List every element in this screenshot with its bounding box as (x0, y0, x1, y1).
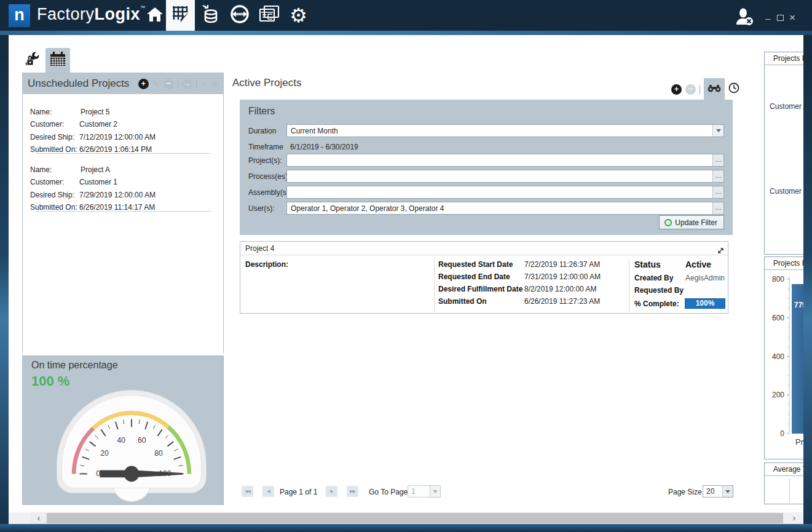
duration-select[interactable]: Current Month (286, 124, 724, 137)
nav-transfer-button[interactable] (225, 0, 254, 31)
customer-value: Customer 2 (79, 120, 117, 129)
last-page-button[interactable]: ▶▶ (347, 486, 358, 497)
refresh-icon (664, 219, 672, 226)
application-window: n FactoryLogix™ (0, 0, 812, 532)
add-project-button[interactable]: + (138, 79, 149, 89)
page-size-label: Page Size (668, 488, 702, 496)
svg-text:60: 60 (138, 436, 146, 445)
nav-scheduling-button[interactable] (166, 0, 195, 31)
app-title: FactoryLogix™ (37, 5, 146, 24)
submitted-on-label: Submitted On: (30, 145, 77, 154)
project-card[interactable]: Project 4 Description: Requested Start D… (240, 241, 728, 314)
next-page-button[interactable]: ▶ (326, 486, 337, 497)
ontime-value: 100 % (31, 373, 69, 389)
edit-project-button[interactable]: ✎ (152, 79, 160, 89)
average-time-chart (765, 476, 803, 504)
minimize-button[interactable]: – (765, 14, 770, 23)
close-button[interactable]: × (789, 13, 795, 22)
customer-axis-label: Customer 1 (770, 187, 803, 196)
users-browse-button[interactable]: … (712, 202, 723, 214)
svg-text:100: 100 (159, 469, 171, 478)
assemblies-browse-button[interactable]: … (712, 186, 723, 198)
update-filter-label: Update Filter (675, 218, 717, 227)
requested-start-label: Requested Start Date (438, 260, 513, 269)
brand-bold: Logix (95, 5, 141, 23)
expand-icon[interactable] (717, 245, 724, 258)
gauge-dial: 020406080100 (57, 390, 207, 493)
assemblies-filter-field[interactable]: … (286, 186, 724, 199)
duration-value: Current Month (291, 127, 338, 135)
svg-text:0: 0 (780, 429, 784, 438)
assemblies-filter-label: Assembly(s): (248, 188, 291, 197)
processes-browse-button[interactable]: … (712, 170, 723, 182)
processes-filter-input[interactable] (287, 170, 723, 182)
projects-remaining-chart: 0200400600800775Pro (765, 270, 803, 459)
requested-start-value: 7/22/2019 11:26:37 AM (524, 260, 600, 269)
bottom-window-border (0, 524, 812, 532)
scrollbar-thumb[interactable] (47, 513, 783, 523)
svg-text:80: 80 (154, 448, 163, 457)
column-divider (629, 258, 629, 312)
nav-materials-button[interactable] (195, 0, 224, 31)
filter-view-tab[interactable] (704, 78, 725, 100)
projects-browse-button[interactable]: … (712, 154, 723, 166)
nav-home-button[interactable] (140, 0, 169, 31)
goto-page-combo[interactable]: 1 (408, 485, 441, 498)
scroll-right-button[interactable]: › (786, 512, 802, 524)
page-indicator: Page 1 of 1 (280, 488, 317, 496)
scroll-left-button[interactable]: ‹ (31, 512, 47, 524)
bar-chart-svg: 0200400600800775Pro (765, 270, 803, 459)
toolbar-separator (178, 79, 178, 89)
projects-remaining-panel: Projects R 0200400600800775Pro (764, 256, 803, 459)
first-page-button[interactable]: ◀◀ (242, 486, 253, 497)
remove-project-button[interactable]: − (164, 79, 174, 89)
svg-text:Pro: Pro (795, 437, 803, 447)
gear-icon: ⚙ (290, 6, 307, 25)
nav-reports-button[interactable] (254, 0, 283, 31)
users-filter-field[interactable]: … (286, 202, 724, 215)
maximize-button[interactable] (777, 15, 784, 21)
ontime-gauge: 020406080100 (57, 390, 207, 493)
requested-by-label: Requested By (634, 286, 684, 295)
tab-configuration[interactable] (18, 48, 43, 73)
reject-project-button[interactable]: ⊘ (211, 79, 218, 89)
remove-active-project-button[interactable]: − (685, 84, 696, 95)
right-window-border (803, 35, 812, 524)
description-label: Description: (245, 260, 288, 269)
app-logo: n (9, 4, 30, 27)
unscheduled-projects-header: Unscheduled Projects + ✎ − → ✓ ⊘ (23, 73, 223, 94)
schedule-project-button[interactable]: → (182, 79, 192, 89)
projects-filter-field[interactable]: … (286, 154, 724, 167)
timeframe-label: Timeframe (248, 143, 283, 151)
goto-page-value: 1 (411, 487, 416, 496)
nav-settings-button[interactable]: ⚙ (284, 0, 313, 31)
project-name: Project 5 (81, 108, 109, 116)
horizontal-scrollbar[interactable]: ‹ › (9, 512, 803, 524)
unscheduled-projects-list: Name: Project 5 Customer: Customer 2 Des… (23, 94, 223, 353)
history-view-tab[interactable] (728, 82, 739, 96)
active-projects-title: Active Projects (232, 77, 301, 89)
chevron-down-icon (712, 125, 723, 137)
submitted-on-value: 6/26/2019 1:06:14 PM (79, 145, 152, 154)
page-size-combo[interactable]: 20 (703, 485, 733, 498)
projects-by-customer-chart: Customer 2 Customer 1 (765, 65, 803, 254)
svg-text:800: 800 (772, 275, 784, 284)
accent-strip (0, 31, 812, 35)
ontime-percentage-panel: On time percentage 100 % 020406080100 (22, 355, 224, 505)
processes-filter-field[interactable]: … (286, 170, 724, 183)
add-active-project-button[interactable]: + (671, 84, 682, 95)
tab-scheduling-calendar[interactable] (45, 48, 70, 73)
approve-project-button[interactable]: ✓ (200, 79, 208, 89)
users-filter-input[interactable] (287, 202, 723, 214)
assemblies-filter-input[interactable] (287, 186, 723, 198)
svg-text:200: 200 (772, 391, 784, 399)
update-filter-button[interactable]: Update Filter (659, 215, 724, 229)
logout-user-button[interactable] (734, 7, 755, 28)
name-label: Name: (30, 165, 52, 174)
desired-ship-value: 7/29/2019 12:00:00 AM (79, 191, 156, 199)
projects-by-customer-title: Projects B (765, 52, 803, 65)
status-label: Status (634, 260, 661, 269)
projects-filter-input[interactable] (287, 154, 723, 166)
previous-page-button[interactable]: ◀ (262, 486, 274, 497)
list-divider (36, 153, 211, 154)
